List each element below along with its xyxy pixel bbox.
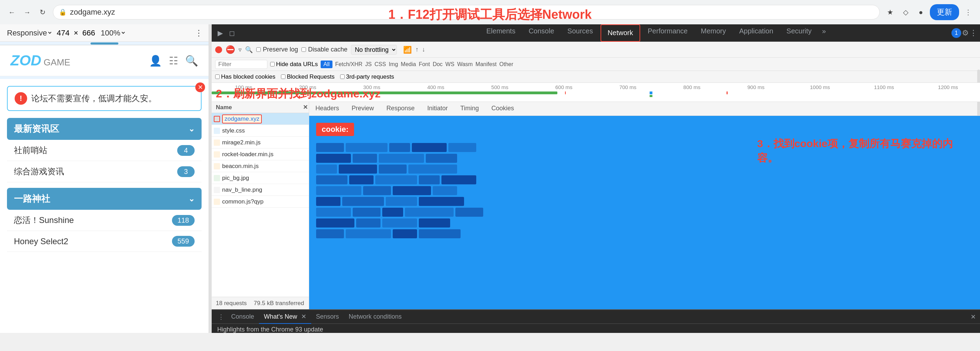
whats-new-content: Highlights from the Chrome 93 update — [217, 326, 323, 333]
filter-row-2: Has blocked cookies Blocked Requests 3rd… — [212, 71, 980, 83]
drawer-close-button[interactable]: ✕ — [970, 313, 976, 321]
record-button[interactable] — [215, 46, 222, 53]
ws-filter[interactable]: WS — [445, 61, 454, 67]
manifest-filter[interactable]: Manifest — [476, 61, 496, 67]
css-filter[interactable]: CSS — [375, 61, 386, 67]
section-item-3[interactable]: 恋活！Sunshine 118 — [7, 210, 202, 231]
file-item-nav[interactable]: nav_b_line.png — [212, 184, 309, 196]
drawer-tabs: ⋮ Console What's New ✕ Sensors Network c… — [212, 310, 980, 324]
profile-button[interactable]: ● — [915, 6, 927, 18]
timeline-label-900: 900 ms — [724, 84, 788, 90]
tab-network[interactable]: Network — [601, 24, 640, 42]
forum-section-1: 最新资讯区 ⌄ 社前哨站 4 综合游戏资讯 3 — [7, 118, 202, 182]
tab-performance[interactable]: Performance — [642, 24, 694, 40]
timeline-marker-2 — [727, 92, 728, 94]
tab-application[interactable]: Application — [733, 24, 780, 40]
filter-input[interactable] — [215, 60, 267, 69]
filter-icon[interactable]: ▿ — [239, 46, 242, 54]
preserve-log-input[interactable] — [256, 47, 261, 52]
file-item-css[interactable]: style.css — [212, 125, 309, 137]
forward-button[interactable]: → — [21, 6, 33, 18]
timeline-bar-main — [212, 92, 557, 94]
file-item-rocket[interactable]: rocket-loader.min.js — [212, 149, 309, 160]
file-item-common[interactable]: common.js?qyp — [212, 196, 309, 208]
update-button[interactable]: 更新 — [930, 4, 959, 20]
notification-box: ! 论坛不需要宣传，低调才能久安。 ✕ — [7, 86, 202, 111]
third-party-checkbox[interactable]: 3rd-party requests — [340, 73, 394, 80]
upload-icon[interactable]: ↑ — [415, 46, 418, 53]
browser-chrome: ← → ↻ 🔒 zodgame.xyz ★ ◇ ● 更新 ⋮ — [0, 0, 980, 24]
close-icon[interactable]: ✕ — [302, 104, 309, 111]
doc-filter[interactable]: Doc — [433, 61, 442, 67]
devtools-more-button[interactable]: ⋮ — [970, 29, 977, 38]
section-item-1[interactable]: 社前哨站 4 — [7, 140, 202, 161]
font-filter[interactable]: Font — [419, 61, 430, 67]
details-tab-initiator[interactable]: Initiator — [421, 102, 454, 116]
tab-console[interactable]: Console — [522, 24, 560, 40]
menu-button[interactable]: ⋮ — [962, 6, 974, 18]
tab-memory[interactable]: Memory — [695, 24, 732, 40]
details-tab-timing[interactable]: Timing — [454, 102, 485, 116]
throttle-select[interactable]: No throttling — [351, 45, 397, 55]
clear-button[interactable]: ⛔ — [226, 45, 235, 54]
timeline-label-400: 400 ms — [404, 84, 468, 90]
drawer-tab-network-conditions[interactable]: Network conditions — [344, 310, 407, 323]
star-button[interactable]: ★ — [884, 6, 896, 18]
section-item-4[interactable]: Honey Select2 559 — [7, 231, 202, 252]
download-icon[interactable]: ↓ — [422, 46, 425, 53]
tab-elements[interactable]: Elements — [480, 24, 522, 40]
zoom-select[interactable]: 100% — [99, 28, 126, 38]
back-button[interactable]: ← — [6, 6, 18, 18]
other-filter[interactable]: Other — [499, 61, 513, 67]
timeline-marker-1 — [565, 92, 566, 94]
section-item-2[interactable]: 综合游戏资讯 3 — [7, 161, 202, 182]
zodgame-filename: zodgame.xyz — [222, 114, 262, 124]
beacon-filename: beacon.min.js — [222, 163, 259, 170]
tab-sources[interactable]: Sources — [561, 24, 599, 40]
whats-new-close[interactable]: ✕ — [301, 313, 306, 320]
section-header-2[interactable]: 一路神社 ⌄ — [7, 188, 202, 210]
responsive-select[interactable]: Responsive — [6, 28, 52, 38]
blocked-cookies-checkbox[interactable]: Has blocked cookies — [215, 73, 275, 80]
drawer-tab-sensors[interactable]: Sensors — [311, 310, 344, 323]
file-item-mirage[interactable]: mirage2.min.js — [212, 137, 309, 149]
details-tab-preview[interactable]: Preview — [345, 102, 380, 116]
hide-urls-checkbox[interactable]: Hide data URLs — [270, 61, 318, 68]
all-filter-btn[interactable]: All — [321, 60, 332, 68]
js-filter[interactable]: JS — [365, 61, 372, 67]
disable-cache-checkbox[interactable]: Disable cache — [301, 46, 347, 53]
details-tab-headers[interactable]: Headers — [309, 102, 345, 116]
details-tab-cookies[interactable]: Cookies — [485, 102, 520, 116]
img-filter[interactable]: Img — [389, 61, 398, 67]
search-icon[interactable]: 🔍 — [245, 46, 253, 54]
file-item-pic[interactable]: pic_bg.jpg — [212, 172, 309, 184]
tab-security[interactable]: Security — [780, 24, 818, 40]
file-item-beacon[interactable]: beacon.min.js — [212, 160, 309, 172]
inspect-element-button[interactable]: ▶ — [215, 27, 226, 39]
tab-more[interactable]: » — [818, 24, 829, 40]
wasm-filter[interactable]: Wasm — [457, 61, 473, 67]
hide-urls-label: Hide data URLs — [276, 61, 318, 68]
file-item-zodgame[interactable]: zodgame.xyz — [212, 113, 309, 125]
logo-game: GAME — [43, 57, 70, 67]
section-header-1[interactable]: 最新资讯区 ⌄ — [7, 118, 202, 140]
drawer-handle[interactable]: ⋮ — [216, 313, 226, 321]
details-tab-response[interactable]: Response — [380, 102, 421, 116]
media-filter[interactable]: Media — [401, 61, 416, 67]
preserve-log-checkbox[interactable]: Preserve log — [256, 46, 298, 53]
address-bar[interactable]: 🔒 zodgame.xyz — [53, 5, 880, 19]
fetch-xhr-filter[interactable]: Fetch/XHR — [335, 61, 363, 67]
drawer-tab-whats-new[interactable]: What's New ✕ — [259, 310, 311, 324]
disable-cache-input[interactable] — [301, 47, 306, 52]
height-value: 666 — [83, 29, 95, 38]
more-options-button[interactable]: ⋮ — [195, 28, 203, 38]
device-toolbar-button[interactable]: ◻ — [226, 27, 237, 39]
blocked-requests-checkbox[interactable]: Blocked Requests — [281, 73, 334, 80]
extensions-button[interactable]: ◇ — [899, 6, 912, 18]
drawer-tab-console[interactable]: Console — [226, 310, 259, 323]
item-badge-4: 559 — [172, 236, 195, 247]
reload-button[interactable]: ↻ — [36, 6, 49, 18]
settings-button[interactable]: ⚙ — [962, 29, 969, 38]
zodgame-icon — [214, 116, 220, 122]
notification-close[interactable]: ✕ — [195, 83, 205, 92]
